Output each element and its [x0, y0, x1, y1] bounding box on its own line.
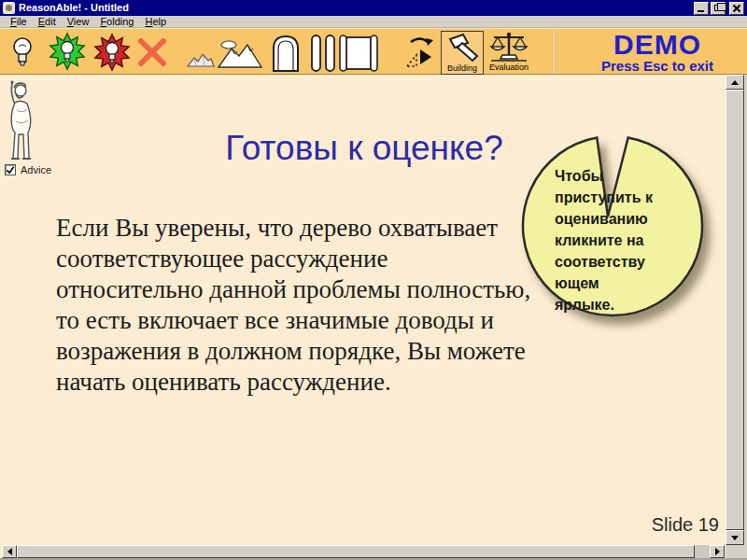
toolbar-separator — [554, 31, 556, 74]
callout-line: кликните на — [555, 230, 685, 251]
menu-edit[interactable]: Edit — [33, 16, 62, 27]
vertical-scrollbar-thumb[interactable] — [726, 90, 744, 530]
arrow-down-icon — [731, 536, 739, 540]
horizontal-scrollbar-thumb[interactable] — [17, 545, 695, 558]
delete-x-icon — [137, 38, 167, 66]
menu-bar: File Edit View Folding Help — [0, 16, 747, 28]
callout-line: оцениванию — [555, 208, 685, 230]
large-terrain-button[interactable] — [218, 39, 262, 69]
callout-line: ющем — [555, 273, 685, 294]
demo-banner: DEMO Press Esc to exit — [577, 30, 738, 74]
lightbulb-button[interactable] — [11, 35, 34, 69]
checkmark-icon — [6, 165, 15, 175]
title-bar: ReasonAble! - Untitled — [0, 0, 747, 16]
callout-line: ярлыке. — [555, 294, 685, 315]
lightbulb-red-burst-icon — [93, 32, 131, 73]
scroll-down-button[interactable] — [726, 530, 744, 545]
body-line: то есть включает все значимые доводы и — [56, 305, 551, 336]
hammer-icon — [444, 33, 481, 63]
toolbar: Building Evaluation DEMO Press Esc to ex… — [0, 28, 747, 75]
scroll-right-button[interactable] — [710, 545, 725, 558]
vertical-scrollbar[interactable] — [726, 75, 744, 545]
callout-line: приступить к — [555, 187, 685, 208]
building-label: Building — [447, 63, 477, 73]
closed-scroll-button[interactable] — [308, 33, 338, 74]
body-line: относительно данной проблемы полностью, — [56, 274, 551, 305]
scrollbar-corner — [726, 545, 744, 558]
evaluation-label: Evaluation — [489, 63, 529, 72]
lightbulb-icon — [11, 35, 34, 69]
callout-line: Чтобы — [555, 165, 685, 187]
close-icon — [732, 4, 741, 13]
open-scroll-icon — [338, 33, 379, 74]
window-title: ReasonAble! - Untitled — [19, 0, 694, 16]
body-line: начать оценивать рассуждение. — [56, 367, 551, 398]
demo-subtitle: Press Esc to exit — [577, 59, 738, 74]
rotate-button[interactable] — [400, 35, 435, 70]
closed-scroll-icon — [308, 33, 338, 74]
arrow-up-icon — [731, 80, 739, 85]
scroll-up-button[interactable] — [726, 75, 744, 90]
restore-icon — [714, 5, 722, 11]
minimize-button[interactable] — [694, 2, 709, 15]
rotate-icon — [400, 35, 435, 70]
lightbulb-green-burst-icon — [49, 31, 86, 72]
slide-title: Готовы к оценке? — [159, 129, 570, 168]
app-window: ReasonAble! - Untitled File Edit View Fo… — [0, 0, 747, 560]
tab-evaluation[interactable]: Evaluation — [487, 31, 530, 72]
new-objection-button[interactable] — [93, 32, 131, 73]
scroll-left-button[interactable] — [2, 545, 17, 558]
restore-button[interactable] — [711, 2, 726, 15]
small-terrain-button[interactable] — [187, 51, 215, 68]
close-button[interactable] — [729, 2, 744, 15]
arch-icon — [271, 34, 301, 73]
new-reason-button[interactable] — [49, 31, 86, 72]
small-rocks-icon — [187, 51, 215, 68]
callout-balloon: Чтобы приступить к оцениванию кликните н… — [519, 121, 720, 336]
slide-area: Advice Готовы к оценке? Если Вы уверены,… — [0, 75, 747, 560]
philosopher-icon — [4, 78, 43, 162]
callout-text: Чтобы приступить к оцениванию кликните н… — [555, 165, 685, 315]
arch-button[interactable] — [271, 34, 301, 73]
body-line: Если Вы уверены, что дерево охватывает — [56, 213, 551, 244]
delete-button[interactable] — [137, 38, 167, 66]
menu-folding[interactable]: Folding — [94, 16, 139, 27]
callout-line: соответству — [555, 251, 685, 273]
menu-file[interactable]: File — [5, 16, 33, 27]
body-line: возражения в должном порядке, Вы можете — [56, 336, 551, 367]
advice-control: Advice — [5, 164, 51, 175]
arrow-right-icon — [715, 548, 720, 555]
mountains-icon — [218, 39, 262, 69]
tab-building[interactable]: Building — [441, 31, 484, 75]
body-line: соответствующее рассуждение — [56, 244, 551, 274]
scales-icon — [487, 31, 530, 62]
horizontal-scrollbar[interactable] — [2, 545, 725, 558]
advice-checkbox[interactable] — [5, 164, 16, 175]
advice-label: Advice — [21, 164, 51, 175]
demo-title: DEMO — [577, 30, 738, 59]
menu-help[interactable]: Help — [139, 16, 172, 27]
app-icon — [3, 2, 15, 14]
menu-view[interactable]: View — [62, 16, 95, 27]
slide-body: Если Вы уверены, что дерево охватывает с… — [56, 213, 551, 398]
open-scroll-button[interactable] — [338, 33, 379, 74]
arrow-left-icon — [7, 548, 12, 555]
minimize-icon — [698, 10, 704, 12]
slide-number: Slide 19 — [598, 514, 719, 536]
